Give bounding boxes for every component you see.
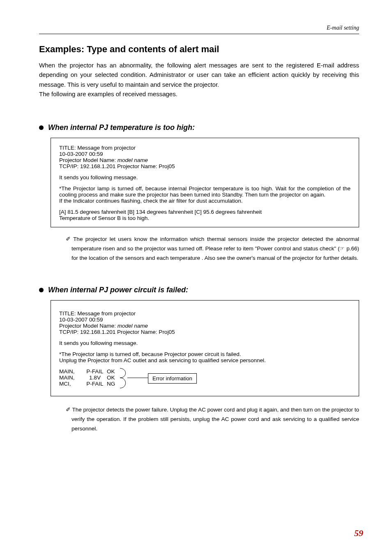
header-right-label: E-mail setting bbox=[327, 25, 359, 31]
section2-body: *The Projector lamp is turned off, becau… bbox=[59, 351, 350, 363]
section1-temps: [A] 81.5 degrees fahrenheit [B] 134 degr… bbox=[59, 209, 350, 215]
section1-note: ✐ The projector let users know the infor… bbox=[66, 235, 359, 263]
section1-body: *The Projector lamp is turned off, becau… bbox=[59, 185, 350, 204]
table-row: MAIN,P-FAILOK bbox=[59, 368, 350, 375]
section1-message-box: TITLE: Message from projector 10-03-2007… bbox=[51, 138, 359, 227]
section2-model-line: Projector Model Name: model name bbox=[59, 323, 350, 329]
section2-sends: It sends you following message. bbox=[59, 340, 350, 346]
cell: NG bbox=[107, 381, 119, 387]
section2-msg-timestamp: 10-03-2007 00:59 bbox=[59, 317, 350, 323]
section2-msg-title: TITLE: Message from projector bbox=[59, 310, 350, 317]
section1-msg-title: TITLE: Message from projector bbox=[59, 145, 350, 151]
section1-tempwarn: Temperature of Sensor B is too high. bbox=[59, 215, 350, 221]
section1-model-value: model name bbox=[118, 157, 148, 163]
page-title: Examples: Type and contents of alert mai… bbox=[39, 44, 359, 55]
section2-note: ✐ The projector detects the power failur… bbox=[66, 405, 359, 434]
table-row: MCI,P-FAILNG bbox=[59, 381, 350, 387]
page-header: E-mail setting bbox=[39, 25, 359, 34]
section2-model-value: model name bbox=[118, 323, 148, 329]
section1-note-text: ✐ The projector let users know the infor… bbox=[66, 236, 359, 261]
error-info-callout: Error information bbox=[148, 373, 197, 384]
section1-msg-meta: TITLE: Message from projector 10-03-2007… bbox=[59, 145, 350, 169]
section2-model-label: Projector Model Name: bbox=[59, 323, 118, 329]
cell: MAIN, bbox=[59, 368, 83, 375]
section2-message-box: TITLE: Message from projector 10-03-2007… bbox=[51, 300, 359, 396]
intro-paragraph: When the projector has an abnormality, t… bbox=[39, 60, 359, 99]
section2-heading: When internal PJ power circuit is failed… bbox=[39, 286, 359, 294]
section1-model-line: Projector Model Name: model name bbox=[59, 157, 350, 163]
intro-text: When the projector has an abnormality, t… bbox=[39, 62, 359, 97]
section2-msg-meta: TITLE: Message from projector 10-03-2007… bbox=[59, 310, 350, 335]
section1-sends: It sends you following message. bbox=[59, 174, 350, 180]
cell: OK bbox=[107, 368, 119, 375]
cell: MCI, bbox=[59, 381, 83, 387]
cell: OK bbox=[107, 375, 119, 381]
section1-temp-block: [A] 81.5 degrees fahrenheit [B] 134 degr… bbox=[59, 209, 350, 221]
cell: 1.8V bbox=[83, 375, 107, 381]
section2-note-text: ✐ The projector detects the power failur… bbox=[66, 407, 359, 432]
page-number: 59 bbox=[354, 528, 363, 539]
section1-heading: When internal PJ temperature is too high… bbox=[39, 123, 359, 132]
section1-model-label: Projector Model Name: bbox=[59, 157, 118, 163]
callout-text: Error information bbox=[152, 375, 192, 382]
cell: P-FAIL bbox=[83, 381, 107, 387]
error-table: MAIN,P-FAILOK MAIN,1.8VOK MCI,P-FAILNG E… bbox=[59, 368, 350, 387]
cell: P-FAIL bbox=[83, 368, 107, 375]
table-row: MAIN,1.8VOK bbox=[59, 375, 350, 381]
section2-heading-text: When internal PJ power circuit is failed… bbox=[48, 286, 188, 294]
section1-tcpip: TCP/IP: 192.168.1.201 Projector Name: Pr… bbox=[59, 163, 350, 169]
section2-tcpip: TCP/IP: 192.168.1.201 Projector Name: Pr… bbox=[59, 329, 350, 335]
section1-msg-timestamp: 10-03-2007 00:59 bbox=[59, 151, 350, 157]
cell: MAIN, bbox=[59, 375, 83, 381]
section1-heading-text: When internal PJ temperature is too high… bbox=[48, 123, 195, 132]
